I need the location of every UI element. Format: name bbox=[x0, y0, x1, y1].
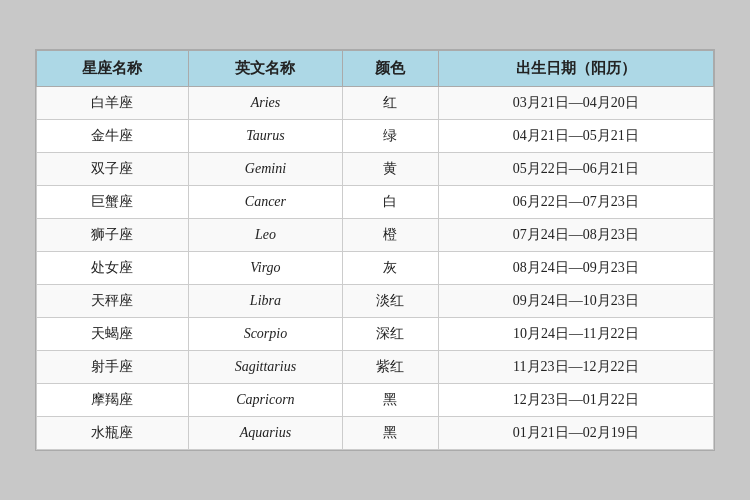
table-row: 射手座Sagittarius紫红11月23日—12月22日 bbox=[37, 351, 714, 384]
cell-r5-c3: 08月24日—09月23日 bbox=[438, 252, 713, 285]
cell-r2-c0: 双子座 bbox=[37, 153, 189, 186]
cell-r10-c2: 黑 bbox=[343, 417, 439, 450]
cell-r8-c0: 射手座 bbox=[37, 351, 189, 384]
header-cell: 出生日期（阳历） bbox=[438, 51, 713, 87]
table-body: 白羊座Aries红03月21日—04月20日金牛座Taurus绿04月21日—0… bbox=[37, 87, 714, 450]
table-row: 金牛座Taurus绿04月21日—05月21日 bbox=[37, 120, 714, 153]
cell-r6-c3: 09月24日—10月23日 bbox=[438, 285, 713, 318]
header-row: 星座名称英文名称颜色出生日期（阳历） bbox=[37, 51, 714, 87]
table-row: 摩羯座Capricorn黑12月23日—01月22日 bbox=[37, 384, 714, 417]
table-header: 星座名称英文名称颜色出生日期（阳历） bbox=[37, 51, 714, 87]
cell-r10-c3: 01月21日—02月19日 bbox=[438, 417, 713, 450]
table-row: 巨蟹座Cancer白06月22日—07月23日 bbox=[37, 186, 714, 219]
table-row: 狮子座Leo橙07月24日—08月23日 bbox=[37, 219, 714, 252]
cell-r1-c2: 绿 bbox=[343, 120, 439, 153]
cell-r5-c2: 灰 bbox=[343, 252, 439, 285]
table-row: 水瓶座Aquarius黑01月21日—02月19日 bbox=[37, 417, 714, 450]
cell-r9-c1: Capricorn bbox=[188, 384, 342, 417]
cell-r9-c2: 黑 bbox=[343, 384, 439, 417]
cell-r7-c2: 深红 bbox=[343, 318, 439, 351]
zodiac-table: 星座名称英文名称颜色出生日期（阳历） 白羊座Aries红03月21日—04月20… bbox=[36, 50, 714, 450]
cell-r8-c1: Sagittarius bbox=[188, 351, 342, 384]
cell-r2-c3: 05月22日—06月21日 bbox=[438, 153, 713, 186]
cell-r7-c1: Scorpio bbox=[188, 318, 342, 351]
cell-r9-c3: 12月23日—01月22日 bbox=[438, 384, 713, 417]
cell-r2-c1: Gemini bbox=[188, 153, 342, 186]
cell-r5-c1: Virgo bbox=[188, 252, 342, 285]
cell-r7-c3: 10月24日—11月22日 bbox=[438, 318, 713, 351]
cell-r9-c0: 摩羯座 bbox=[37, 384, 189, 417]
header-cell: 颜色 bbox=[343, 51, 439, 87]
cell-r6-c2: 淡红 bbox=[343, 285, 439, 318]
table-row: 处女座Virgo灰08月24日—09月23日 bbox=[37, 252, 714, 285]
table-row: 天秤座Libra淡红09月24日—10月23日 bbox=[37, 285, 714, 318]
cell-r0-c1: Aries bbox=[188, 87, 342, 120]
zodiac-table-container: 星座名称英文名称颜色出生日期（阳历） 白羊座Aries红03月21日—04月20… bbox=[35, 49, 715, 451]
cell-r10-c0: 水瓶座 bbox=[37, 417, 189, 450]
cell-r2-c2: 黄 bbox=[343, 153, 439, 186]
cell-r0-c0: 白羊座 bbox=[37, 87, 189, 120]
table-row: 双子座Gemini黄05月22日—06月21日 bbox=[37, 153, 714, 186]
cell-r4-c1: Leo bbox=[188, 219, 342, 252]
cell-r4-c2: 橙 bbox=[343, 219, 439, 252]
cell-r3-c2: 白 bbox=[343, 186, 439, 219]
cell-r6-c1: Libra bbox=[188, 285, 342, 318]
cell-r3-c0: 巨蟹座 bbox=[37, 186, 189, 219]
cell-r1-c0: 金牛座 bbox=[37, 120, 189, 153]
cell-r4-c0: 狮子座 bbox=[37, 219, 189, 252]
cell-r3-c1: Cancer bbox=[188, 186, 342, 219]
cell-r4-c3: 07月24日—08月23日 bbox=[438, 219, 713, 252]
cell-r8-c2: 紫红 bbox=[343, 351, 439, 384]
cell-r1-c1: Taurus bbox=[188, 120, 342, 153]
cell-r0-c3: 03月21日—04月20日 bbox=[438, 87, 713, 120]
header-cell: 英文名称 bbox=[188, 51, 342, 87]
cell-r0-c2: 红 bbox=[343, 87, 439, 120]
table-row: 天蝎座Scorpio深红10月24日—11月22日 bbox=[37, 318, 714, 351]
cell-r3-c3: 06月22日—07月23日 bbox=[438, 186, 713, 219]
cell-r1-c3: 04月21日—05月21日 bbox=[438, 120, 713, 153]
table-row: 白羊座Aries红03月21日—04月20日 bbox=[37, 87, 714, 120]
header-cell: 星座名称 bbox=[37, 51, 189, 87]
cell-r5-c0: 处女座 bbox=[37, 252, 189, 285]
cell-r8-c3: 11月23日—12月22日 bbox=[438, 351, 713, 384]
cell-r7-c0: 天蝎座 bbox=[37, 318, 189, 351]
cell-r6-c0: 天秤座 bbox=[37, 285, 189, 318]
cell-r10-c1: Aquarius bbox=[188, 417, 342, 450]
